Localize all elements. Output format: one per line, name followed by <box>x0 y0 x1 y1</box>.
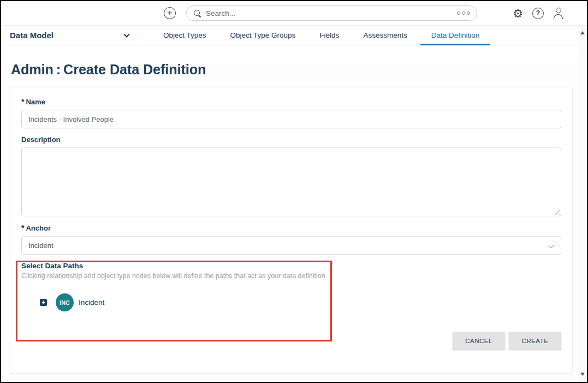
create-button[interactable]: CREATE <box>509 332 561 350</box>
search-icon <box>193 9 201 17</box>
module-dropdown[interactable]: Data Model <box>1 26 139 45</box>
tab-object-types[interactable]: Object Types <box>152 26 217 45</box>
name-input[interactable] <box>21 110 561 128</box>
name-label: * Name <box>21 97 561 106</box>
expand-icon[interactable]: + <box>40 299 47 306</box>
module-dropdown-label: Data Model <box>10 31 54 40</box>
page-title-text: Create Data Definition <box>63 62 206 78</box>
tab-object-type-groups[interactable]: Object Type Groups <box>219 26 307 45</box>
add-icon[interactable]: + <box>164 7 176 19</box>
scroll-up-icon[interactable] <box>580 31 585 34</box>
main-content: Admin : Create Data Definition * Name De… <box>1 62 587 383</box>
tab-assessments[interactable]: Assessments <box>352 26 418 45</box>
description-field-wrap <box>21 148 561 216</box>
page-title-separator: : <box>56 62 61 78</box>
anchor-select[interactable]: Incident <box>21 236 561 255</box>
required-asterisk: * <box>21 223 24 232</box>
description-textarea[interactable] <box>21 148 561 216</box>
nav-bar: Data Model Object Types Object Type Grou… <box>1 25 587 45</box>
nav-divider <box>139 28 139 43</box>
data-paths-title: Select Data Paths <box>21 262 561 270</box>
data-paths-section: Select Data Paths Clicking relationship … <box>21 262 561 355</box>
form-actions: CANCEL CREATE <box>453 332 561 350</box>
tree-node-incident[interactable]: + INC Incident <box>40 293 104 311</box>
search-input[interactable] <box>206 9 457 17</box>
user-icon[interactable] <box>553 8 564 19</box>
chevron-down-icon <box>549 243 554 249</box>
anchor-label-text: Anchor <box>26 224 51 232</box>
name-label-text: Name <box>26 98 45 106</box>
node-badge: INC <box>56 293 74 311</box>
nav-tabs: Object Types Object Type Groups Fields A… <box>151 26 491 45</box>
tab-fields[interactable]: Fields <box>308 26 350 45</box>
anchor-label: * Anchor <box>21 223 561 232</box>
required-asterisk: * <box>21 97 24 106</box>
create-definition-form: * Name Description * Anchor Incident <box>10 87 573 374</box>
gear-icon[interactable]: ⚙ <box>513 8 523 19</box>
page-title: Admin : Create Data Definition <box>11 62 573 78</box>
anchor-select-value: Incident <box>28 241 54 250</box>
cancel-button[interactable]: CANCEL <box>453 332 505 350</box>
description-label: Description <box>21 135 561 144</box>
page-title-prefix: Admin <box>11 62 54 78</box>
tab-data-definition[interactable]: Data Definition <box>420 26 491 45</box>
scroll-down-icon[interactable] <box>580 373 585 376</box>
app-window: + ⚙ ? Data Model Object Types Object Typ… <box>0 0 588 383</box>
topbar-right-icons: ⚙ ? <box>513 1 564 25</box>
top-bar: + ⚙ ? <box>1 1 587 25</box>
vertical-scrollbar[interactable] <box>579 26 586 381</box>
chevron-down-icon <box>123 31 129 37</box>
data-paths-helper-text: Clicking relationship and object type no… <box>21 272 561 280</box>
node-label: Incident <box>79 298 104 307</box>
help-icon[interactable]: ? <box>532 8 544 19</box>
search-bar[interactable] <box>186 5 477 21</box>
description-label-text: Description <box>21 135 61 144</box>
search-options-icon[interactable] <box>457 11 470 15</box>
